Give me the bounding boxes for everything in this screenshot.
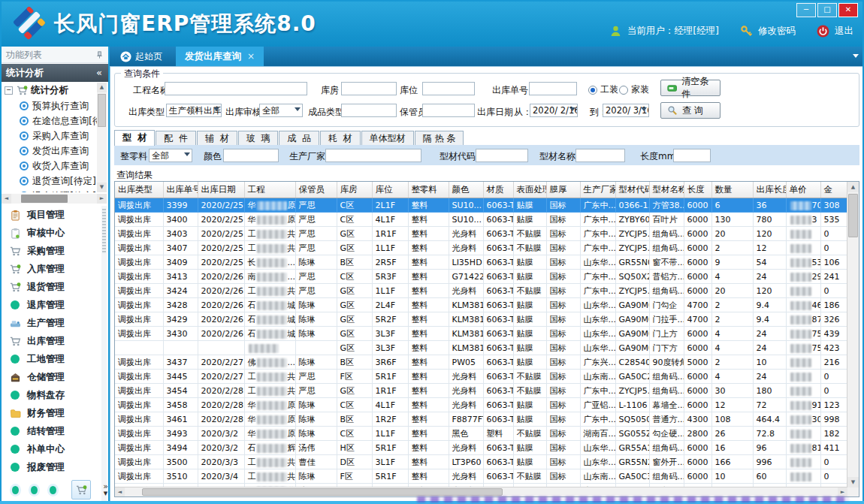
column-header-库房[interactable]: 库房 — [337, 182, 372, 198]
tree-item-收货入库查询[interactable]: 收货入库查询 — [2, 158, 107, 174]
project-name-input[interactable] — [165, 82, 307, 95]
table-row[interactable]: 调拨出库33992020/2/25华原...严思C区2L1F整料SU10...6… — [115, 198, 856, 213]
column-header-出库日期[interactable]: 出库日期 — [198, 182, 244, 198]
tab-active[interactable]: 发货出库查询 × — [176, 47, 264, 66]
menu-scrollbar[interactable] — [101, 206, 107, 504]
table-row[interactable]: 调拨出库34072020/2/25工共工程严思G区1L1F整料光身料6063-T… — [115, 241, 856, 255]
more-modules-button[interactable]: »▾ — [103, 483, 108, 496]
scroll-right-icon[interactable]: ► — [97, 194, 107, 204]
sidebar-item-审核中心[interactable]: 审核中心 — [0, 224, 101, 242]
tree-horizontal-scrollbar[interactable]: ◄ ► — [2, 194, 107, 204]
color-input[interactable] — [223, 149, 279, 162]
radio-work-clothes[interactable]: 工装 — [588, 83, 618, 96]
material-tab-玻璃[interactable]: 玻 璃 — [238, 131, 279, 146]
tree-item-发货出库查询[interactable]: 发货出库查询 — [2, 143, 107, 158]
maker-input[interactable] — [325, 149, 421, 162]
collapse-icon[interactable]: « — [96, 64, 102, 82]
scroll-left-icon[interactable]: ◄ — [115, 487, 125, 496]
table-row[interactable]: 调拨出库34582020/2/28华原...陈琳C区4L1F整料光身料6063-… — [115, 398, 856, 412]
material-tab-单体型材[interactable]: 单体型材 — [361, 131, 414, 146]
date-from-picker[interactable]: 2020/ 2/16 — [530, 104, 578, 117]
column-header-型材名称[interactable]: 型材名称 — [649, 182, 684, 198]
column-header-保管员[interactable]: 保管员 — [295, 182, 337, 198]
module-dot-icon[interactable] — [50, 486, 56, 494]
whole-part-select[interactable]: 全部 — [149, 149, 192, 162]
close-button[interactable]: ✕ — [838, 3, 858, 17]
column-header-表面处理[interactable]: 表面处理 — [513, 182, 546, 198]
scroll-thumb[interactable] — [848, 194, 858, 237]
module-dot-icon[interactable] — [31, 486, 38, 494]
tree-item-预算执行查询[interactable]: 预算执行查询 — [2, 98, 107, 113]
table-row[interactable]: 调拨出库34032020/2/25工共工程严思G区1R1F整料光身料6063-T… — [115, 227, 856, 241]
pin-icon[interactable] — [95, 50, 104, 59]
table-row[interactable]: 调拨出库34092020/2/25长...陈琳B区2R5F整料LI35HD606… — [115, 255, 856, 270]
column-header-颜色[interactable]: 颜色 — [449, 182, 483, 198]
radio-home-decor[interactable]: 家装 — [619, 83, 649, 96]
scroll-thumb[interactable] — [142, 488, 503, 496]
sidebar-item-出库管理[interactable]: 出库管理 — [0, 332, 101, 350]
tree-item-在途信息查询[待[interactable]: 在途信息查询[待 — [2, 113, 107, 128]
sidebar-item-补单中心[interactable]: 补单中心 — [0, 440, 101, 458]
clear-conditions-button[interactable]: 清空条件 — [660, 80, 721, 96]
scroll-right-icon[interactable]: ► — [838, 487, 847, 496]
table-row[interactable]: 调拨出库34302020/2/26石城陈琳G区3L3F整料KLM38176063… — [115, 327, 856, 341]
table-row[interactable]: 调拨出库34372020/2/27佛...陈琳B区3R6F整料PW056063-… — [115, 355, 856, 370]
module-dot-icon[interactable] — [12, 486, 19, 494]
table-row[interactable]: 调拨出库34542020/2/28工共工程严思G区1R1F整料光身料6063-T… — [115, 384, 856, 398]
tab-close-icon[interactable]: × — [247, 51, 255, 62]
profile-code-input[interactable] — [476, 149, 528, 162]
material-tab-型材[interactable]: 型 材 — [114, 130, 155, 146]
table-row[interactable]: 调拨出库34242020/2/26工共工程严思G区1L1F整料光身料6063-T… — [115, 284, 856, 298]
maximize-button[interactable]: □ — [817, 3, 837, 17]
tab-list-dropdown-icon[interactable] — [853, 54, 859, 58]
scroll-down-icon[interactable]: ▼ — [97, 183, 107, 192]
table-row[interactable]: 调拨出库34942020/3/2石辉城汤伟H区5R1F整料光身料6063-T5贴… — [115, 441, 856, 455]
scroll-down-icon[interactable]: ▼ — [847, 477, 859, 487]
grid-vertical-scrollbar[interactable]: ▲ ▼ — [847, 182, 859, 487]
sidebar-item-仓储管理[interactable]: 仓储管理 — [0, 368, 101, 386]
material-tab-隔热条[interactable]: 隔 热 条 — [415, 131, 464, 146]
tree-root-node[interactable]: − 统计分析 — [2, 83, 107, 98]
logout-link[interactable]: 退出 — [835, 25, 853, 38]
sidebar-item-项目管理[interactable]: 项目管理 — [0, 206, 101, 224]
table-row[interactable]: 调拨出库34292020/2/26石城陈琳G区5R2F整料KLM38176063… — [115, 312, 856, 327]
sidebar-item-生产管理[interactable]: 生产管理 — [0, 314, 101, 332]
out-type-select[interactable]: 生产领料出库 — [166, 104, 222, 117]
sidebar-item-财务管理[interactable]: 财务管理 — [0, 404, 101, 422]
minimize-button[interactable]: ─ — [796, 3, 816, 17]
change-password-link[interactable]: 修改密码 — [758, 25, 796, 38]
tree-vertical-scrollbar[interactable]: ▲ ▼ — [97, 83, 107, 192]
scroll-thumb[interactable] — [98, 94, 106, 127]
scroll-left-icon[interactable]: ◄ — [2, 194, 11, 204]
table-row[interactable]: 调拨出库35002020/3/3工共工程曹佳D区3L1F整料LT3P606063… — [115, 455, 856, 469]
sidebar-item-退货管理[interactable]: 退货管理 — [0, 278, 101, 296]
tab-home[interactable]: 起始页 — [113, 47, 170, 66]
date-to-picker[interactable]: 2020/ 3/16 — [603, 104, 649, 117]
column-header-生产厂家[interactable]: 生产厂家 — [580, 182, 615, 198]
audit-select[interactable]: 全部 — [259, 104, 303, 117]
column-header-出库长度[interactable]: 出库长度 — [753, 182, 786, 198]
scroll-up-icon[interactable]: ▲ — [847, 182, 859, 192]
grid-horizontal-scrollbar[interactable]: ◄ ► — [115, 487, 847, 496]
profile-name-input[interactable] — [575, 149, 625, 162]
scroll-up-icon[interactable]: ▲ — [97, 83, 107, 92]
table-row[interactable]: 调拨出库34132020/2/26南...严思C区5R3F整料G71422606… — [115, 270, 856, 284]
search-button[interactable]: 查 询 — [660, 102, 721, 119]
sidebar-item-退库管理[interactable]: 退库管理 — [0, 296, 101, 314]
table-row[interactable]: G区3L3F整料KLM38176063-T5贴膜国标山东华...GA90M09.… — [115, 341, 856, 355]
scroll-thumb[interactable] — [21, 195, 68, 203]
table-row[interactable]: 调拨出库34452020/2/27工共工程严思F区5R1F整料光身料6063-T… — [115, 370, 856, 384]
tree-expander-icon[interactable]: − — [5, 86, 13, 95]
table-row[interactable]: 调拨出库34612020/2/28华原...陈琳B区1R2F整料F8877FT6… — [115, 412, 856, 427]
table-row[interactable]: 调拨出库34002020/2/25华原...严思C区4L1F整料SU10...6… — [115, 213, 856, 227]
column-header-库位[interactable]: 库位 — [372, 182, 408, 198]
column-header-材质[interactable]: 材质 — [483, 182, 513, 198]
column-header-工程[interactable]: 工程 — [244, 182, 295, 198]
tree-item-采购入库查询[interactable]: 采购入库查询 — [2, 128, 107, 143]
material-tab-成品[interactable]: 成 品 — [279, 131, 319, 146]
keeper-input[interactable] — [422, 104, 475, 117]
sidebar-item-入库管理[interactable]: 入库管理 — [0, 260, 101, 278]
sidebar-item-结转管理[interactable]: 结转管理 — [0, 422, 101, 440]
column-header-数量[interactable]: 数量 — [711, 182, 753, 198]
column-header-出库类型[interactable]: 出库类型 — [115, 182, 163, 198]
